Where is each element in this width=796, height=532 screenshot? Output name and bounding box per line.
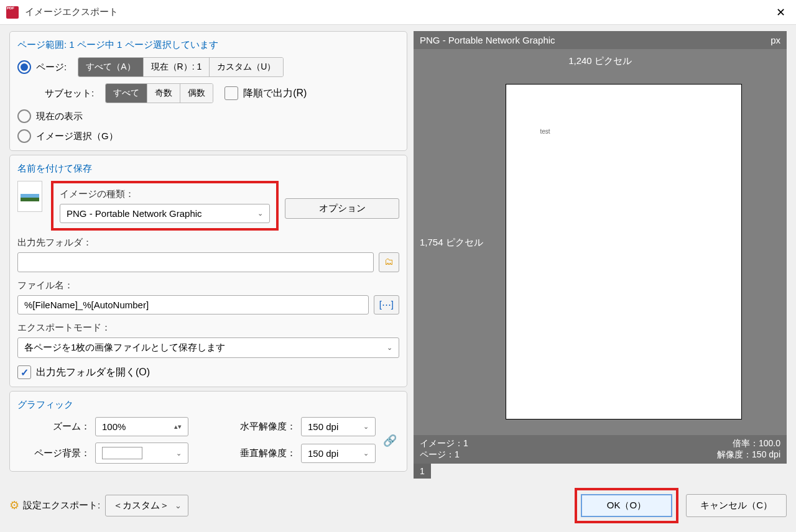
subset-segments: すべて 奇数 偶数 [105,83,213,103]
save-as-group: 名前を付けて保存 イメージの種類： PNG - Portable Network… [9,155,407,387]
pages-segments: すべて（A） 現在（R）: 1 カスタム（U） [78,57,284,77]
chevron-down-icon: ⌄ [387,344,392,352]
chevron-down-icon: ⌄ [176,449,182,457]
filename-label: ファイル名： [17,280,399,291]
ok-button[interactable]: OK（O） [581,494,672,517]
page-range-group: ページ範囲: 1 ページ中 1 ページ選択しています ページ: すべて（A） 現… [9,31,407,151]
preview-footer: イメージ：1 倍率：100.0 ページ：1 解像度：150 dpi [414,435,787,464]
radio-image-selection[interactable] [17,129,31,143]
link-icon[interactable]: 🔗 [381,434,399,447]
subset-odd[interactable]: 奇数 [147,84,180,103]
chevron-down-icon: ⌄ [257,209,263,218]
open-folder-label: 出力先フォルダを開く(O) [36,366,150,379]
vres-label: 垂直解像度： [223,447,296,459]
hres-label: 水平解像度： [223,421,296,433]
zoom-select[interactable]: 100% ▴▾ [95,417,188,436]
open-folder-checkbox[interactable] [17,365,31,379]
cancel-label: キャンセル（C） [700,500,772,510]
graphics-title: グラフィック [17,399,399,411]
preview-header: PNG - Portable Network Graphic px [414,31,787,49]
cancel-button[interactable]: キャンセル（C） [686,494,787,517]
vres-value: 150 dpi [308,448,338,459]
bottom-bar: ⚙ 設定エクスポート: ＜カスタム＞ OK（O） キャンセル（C） [0,485,796,526]
save-as-title: 名前を付けて保存 [17,163,399,175]
zoom-label: ズーム： [17,421,90,433]
image-type-value: PNG - Portable Network Graphic [67,208,202,219]
page-tabs: 1 [414,464,787,479]
window-title: イメージエクスポート [25,6,771,18]
reverse-checkbox[interactable] [224,86,238,100]
bg-color-swatch [102,447,142,459]
height-dimension: 1,754 ピクセル [420,236,483,248]
ratio-info: 倍率：100.0 [733,438,780,449]
radio-image-selection-label: イメージ選択（G） [36,131,118,142]
export-mode-select[interactable]: 各ページを1枚の画像ファイルとして保存します ⌄ [17,337,399,358]
subset-label: サブセット: [45,88,94,99]
chevron-down-icon: ⌄ [363,423,369,431]
vres-select[interactable]: 150 dpi ⌄ [301,444,376,463]
app-icon [6,6,19,19]
seg-custom[interactable]: カスタム（U） [210,58,283,76]
folder-tree-icon: 🗂 [384,256,394,267]
radio-current-view-label: 現在の表示 [36,111,83,122]
gear-icon: ⚙ [9,498,19,512]
bg-label: ページ背景： [17,447,90,459]
radio-current-view[interactable] [17,109,31,123]
options-button[interactable]: オプション [285,198,399,219]
radio-pages-label: ページ: [36,62,67,73]
page-sample-text: test [540,128,550,135]
page-tab-1[interactable]: 1 [414,464,431,479]
seg-all[interactable]: すべて（A） [78,58,143,76]
image-type-select[interactable]: PNG - Portable Network Graphic ⌄ [60,204,270,223]
hres-value: 150 dpi [308,421,338,432]
settings-export-select[interactable]: ＜カスタム＞ [105,495,188,516]
spinner-icon: ▴▾ [174,423,182,431]
subset-all[interactable]: すべて [106,84,147,103]
image-type-label: イメージの種類： [60,188,270,200]
preview-format: PNG - Portable Network Graphic [420,35,555,45]
export-mode-label: エクスポートモード： [17,322,399,334]
page-info: ページ：1 [420,449,460,461]
image-info: イメージ：1 [420,438,468,449]
titlebar: イメージエクスポート ✕ [0,0,796,25]
output-folder-label: 出力先フォルダ： [17,237,399,249]
ok-highlight: OK（O） [575,488,678,523]
page-preview: test [506,84,742,420]
page-range-title: ページ範囲: 1 ページ中 1 ページ選択しています [17,39,399,51]
macro-button[interactable]: [⋯] [374,295,399,314]
preview-unit: px [771,35,780,45]
seg-current[interactable]: 現在（R）: 1 [144,58,210,76]
hres-select[interactable]: 150 dpi ⌄ [301,417,376,436]
image-thumb-icon [17,181,42,212]
res-info: 解像度：150 dpi [717,449,780,461]
close-icon[interactable]: ✕ [771,3,790,22]
output-folder-input[interactable] [17,252,374,272]
chevron-down-icon: ⌄ [363,449,369,457]
settings-value: ＜カスタム＞ [113,500,169,511]
filename-input[interactable]: %[FileName]_%[AutoNumber] [17,295,369,314]
reverse-label: 降順で出力(R) [243,87,307,100]
image-type-highlight: イメージの種類： PNG - Portable Network Graphic … [51,181,279,231]
preview-panel: PNG - Portable Network Graphic px 1,240 … [414,31,787,479]
export-mode-value: 各ページを1枚の画像ファイルとして保存します [24,342,225,354]
width-dimension: 1,240 ピクセル [414,55,787,67]
ok-label: OK（O） [607,500,646,510]
subset-even[interactable]: 偶数 [180,84,213,103]
graphics-group: グラフィック ズーム： 100% ▴▾ 水平解像度： 150 dpi ⌄ 🔗 ペ… [9,391,407,472]
bg-select[interactable]: ⌄ [95,443,188,464]
preview-canvas: 1,240 ピクセル 1,754 ピクセル test [414,49,787,435]
browse-folder-button[interactable]: 🗂 [379,252,399,272]
radio-pages[interactable] [17,60,31,74]
settings-label: 設定エクスポート: [23,500,100,511]
zoom-value: 100% [102,421,126,432]
